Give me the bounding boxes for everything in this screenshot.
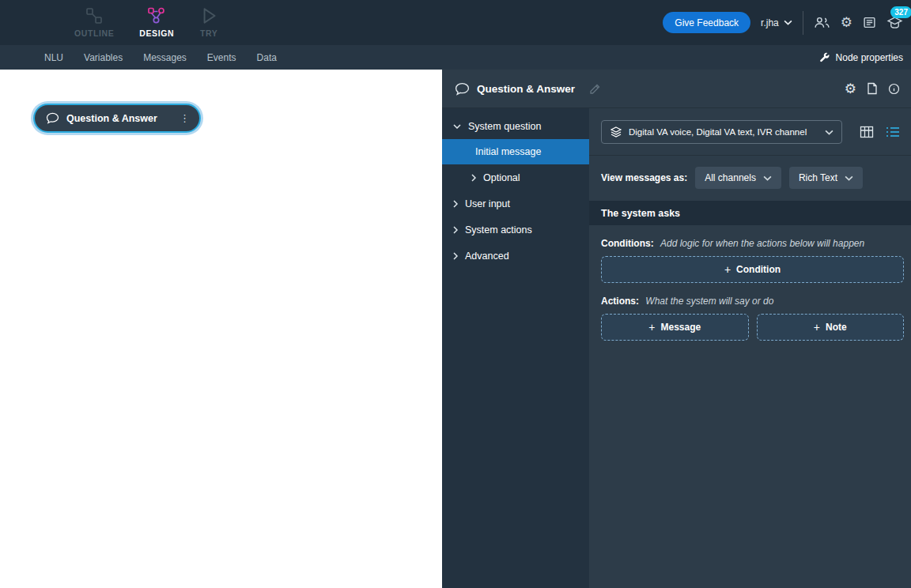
chevron-right-icon (471, 174, 476, 182)
chat-bubble-icon (455, 82, 470, 96)
subnav-item-messages[interactable]: Messages (143, 52, 187, 63)
conditions-label: Conditions: (601, 238, 654, 249)
actions-hint: What the system will say or do (645, 296, 773, 307)
add-condition-button[interactable]: + Condition (601, 256, 904, 283)
notification-badge: 327 (890, 6, 911, 18)
channel-dropdown[interactable]: Digital VA voice, Digital VA text, IVR c… (601, 120, 842, 144)
actions-button-row: + Message + Note (601, 314, 904, 341)
channel-row: Digital VA voice, Digital VA text, IVR c… (589, 108, 911, 156)
plus-icon: + (814, 321, 820, 334)
add-message-label: Message (660, 322, 701, 333)
tree-item-optional[interactable]: Optional (442, 164, 589, 190)
all-channels-dropdown[interactable]: All channels (695, 167, 781, 189)
edit-icon[interactable] (588, 82, 602, 96)
actions-label-row: Actions: What the system will say or do (589, 283, 911, 314)
main: Question & Answer ⋮ Question & Answer (0, 70, 911, 588)
tab-design[interactable]: DESIGN (138, 0, 176, 45)
tab-try[interactable]: TRY (198, 0, 220, 45)
view-toggle (860, 126, 900, 138)
app-root: OUTLINE DESIGN (0, 0, 911, 588)
node-label: Question & Answer (66, 113, 157, 124)
chevron-down-icon (845, 175, 853, 181)
chevron-down-icon (763, 175, 772, 181)
message-editor: Digital VA voice, Digital VA text, IVR c… (589, 108, 911, 588)
node-question-answer[interactable]: Question & Answer ⋮ (33, 104, 201, 133)
view-messages-label: View messages as: (601, 172, 687, 183)
chevron-down-icon (825, 130, 834, 135)
section-header: The system asks (589, 201, 911, 225)
tree-item-initial-message[interactable]: Initial message (442, 139, 589, 164)
tab-label: DESIGN (139, 28, 174, 38)
all-channels-value: All channels (705, 172, 756, 183)
gear-icon[interactable]: ⚙ (841, 16, 852, 29)
subnav: NLU Variables Messages Events Data Node … (0, 45, 911, 70)
play-icon (199, 6, 218, 26)
view-messages-row: View messages as: All channels Rich Text (589, 156, 911, 201)
add-note-label: Note (826, 322, 847, 333)
layers-icon (610, 126, 622, 138)
tree-item-user-input[interactable]: User input (442, 190, 589, 217)
channel-dropdown-value: Digital VA voice, Digital VA text, IVR c… (629, 127, 807, 137)
node-properties-panel: Question & Answer ⚙ (442, 70, 911, 588)
chevron-down-icon (784, 20, 792, 25)
chevron-right-icon (453, 226, 458, 234)
tree-item-label: Optional (483, 172, 520, 183)
academy-icon[interactable]: 327 (886, 16, 903, 29)
node-properties-toggle[interactable]: Node properties (818, 51, 903, 63)
rich-text-dropdown[interactable]: Rich Text (789, 167, 863, 189)
conditions-label-row: Conditions: Add logic for when the actio… (589, 225, 911, 256)
actions-label: Actions: (601, 296, 639, 307)
plus-icon: + (724, 263, 731, 276)
rich-text-value: Rich Text (799, 172, 837, 183)
wrench-icon (818, 51, 830, 63)
tab-label: OUTLINE (74, 28, 114, 38)
outline-icon (84, 6, 104, 26)
tab-outline[interactable]: OUTLINE (73, 0, 115, 45)
give-feedback-button[interactable]: Give Feedback (663, 12, 750, 33)
user-name: r.jha (761, 17, 779, 28)
section-tree: System question Initial message Optional (442, 108, 589, 588)
add-note-button[interactable]: + Note (757, 314, 905, 341)
info-icon[interactable] (888, 83, 900, 95)
subnav-item-data[interactable]: Data (257, 52, 277, 63)
divider (803, 11, 803, 35)
node-menu-icon[interactable]: ⋮ (178, 112, 191, 124)
topbar-right: Give Feedback r.jha ⚙ (663, 11, 911, 35)
subnav-item-nlu[interactable]: NLU (44, 52, 63, 63)
tree-item-label: User input (465, 198, 510, 209)
mode-tabs: OUTLINE DESIGN (0, 0, 220, 45)
add-condition-label: Condition (736, 264, 781, 275)
users-icon[interactable] (814, 16, 830, 29)
table-view-icon[interactable] (860, 126, 874, 138)
panel-body: System question Initial message Optional (442, 108, 911, 588)
tree-item-system-actions[interactable]: System actions (442, 217, 589, 243)
topbar: OUTLINE DESIGN (0, 0, 911, 45)
node-properties-label: Node properties (836, 52, 903, 63)
panel-header: Question & Answer ⚙ (442, 70, 911, 108)
document-icon[interactable] (867, 82, 878, 95)
tab-label: TRY (200, 28, 217, 38)
tree-item-advanced[interactable]: Advanced (442, 243, 589, 269)
flow-canvas[interactable]: Question & Answer ⋮ (0, 70, 442, 588)
design-icon (146, 6, 167, 26)
tree-item-label: System question (468, 121, 541, 132)
conditions-hint: Add logic for when the actions below wil… (660, 238, 864, 249)
tree-item-system-question[interactable]: System question (442, 113, 589, 139)
add-message-button[interactable]: + Message (601, 314, 749, 341)
chat-bubble-icon (46, 112, 59, 124)
panel-title: Question & Answer (477, 83, 575, 95)
subnav-item-variables[interactable]: Variables (84, 52, 123, 63)
list-view-icon[interactable] (886, 126, 900, 138)
chevron-right-icon (453, 252, 458, 260)
gear-icon[interactable]: ⚙ (845, 82, 856, 96)
chevron-right-icon (453, 200, 458, 208)
tree-item-label: Initial message (475, 146, 541, 157)
tree-item-label: Advanced (465, 251, 509, 262)
tree-item-label: System actions (465, 224, 532, 236)
plus-icon: + (648, 321, 655, 334)
panel-header-icons: ⚙ (845, 82, 900, 96)
chevron-down-icon (453, 124, 461, 129)
subnav-item-events[interactable]: Events (207, 52, 236, 63)
user-menu[interactable]: r.jha (761, 17, 792, 28)
news-icon[interactable] (863, 16, 876, 29)
